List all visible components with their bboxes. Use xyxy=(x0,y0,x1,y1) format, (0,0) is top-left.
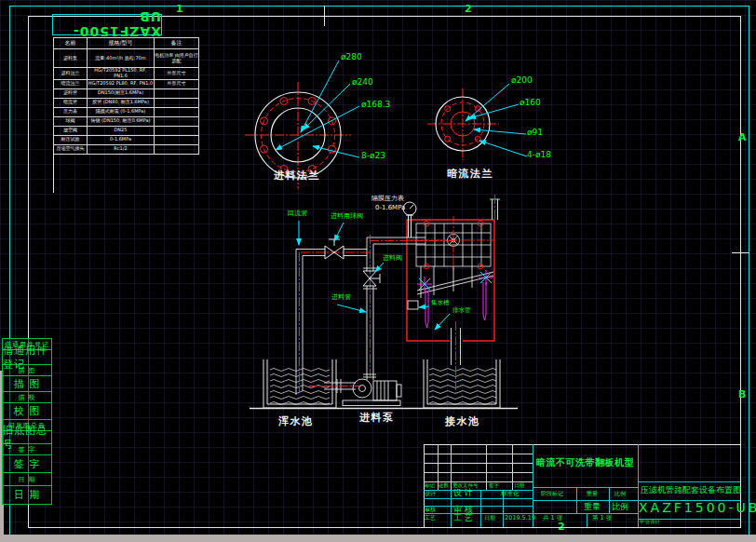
scale-label: 比例 xyxy=(614,491,626,496)
spec-table-cell xyxy=(155,116,199,126)
drawing-number: XAZF1500-UB xyxy=(639,501,756,515)
spec-table-cell: 胶管 (DN80, 耐压1.6MPa) xyxy=(88,98,155,107)
stage-label: 阶段标记 xyxy=(541,491,563,496)
rev-count-header: 处数 xyxy=(439,483,449,489)
margin-block: 描 图 xyxy=(2,375,52,392)
machine-type-title: 暗流不可洗带翻板机型 xyxy=(536,458,634,468)
spec-table-cell: 进料管 xyxy=(54,88,88,98)
pipes xyxy=(296,199,500,395)
spec-table-body: 名称规格/型号备注进料泵流量:40m³/h 扬程:70m电机功率 由用户自行选配… xyxy=(54,38,199,155)
rotated-drawing-number: XAZF1500-UB xyxy=(52,14,162,35)
collect-trough-label: 集水槽 xyxy=(431,300,450,306)
spec-table-row: 放空阀DN25 xyxy=(54,126,199,135)
spec-table-cell: 进料法兰 xyxy=(54,68,88,80)
left-pool xyxy=(263,359,336,408)
spec-table-cell: 电机功率 由用户自行选配 xyxy=(155,49,199,68)
spec-table-row: 名称规格/型号备注 xyxy=(54,38,199,49)
spec-table-cell: DN150(耐压1.6MPa) xyxy=(88,88,155,98)
feed-ball-valve xyxy=(325,239,344,259)
dim-label: 4-ø18 xyxy=(527,151,551,159)
feed-valve-label: 进料阀 xyxy=(383,255,402,262)
pool-right-caption: 接水池 xyxy=(445,416,480,427)
gauge-label-line1: 隔膜压力表 xyxy=(371,196,404,202)
bottom-gray-strip xyxy=(0,535,756,542)
pool-left-caption: 浑水池 xyxy=(278,416,314,427)
spec-table-cell: 压力表 xyxy=(54,107,88,116)
spec-table-cell: 外形尺寸 xyxy=(155,79,199,88)
spec-table-cell: 隔膜式耐震 (0-1.6MPa) xyxy=(88,107,155,116)
dim-label: ø240 xyxy=(352,78,373,87)
spec-table-cell: 规格/型号 xyxy=(88,38,155,49)
filtrate-flange-caption: 暗流法兰 xyxy=(447,169,493,180)
spec-table-cell: HG/T20592 PL80, RF, PN1.0 xyxy=(88,79,155,88)
spec-table-cell xyxy=(155,107,199,116)
dimension-leaders xyxy=(276,61,359,157)
spec-table-cell: 0-1.6MPa xyxy=(88,135,155,144)
feed-flange-caption: 进料法兰 xyxy=(274,170,320,182)
spec-table-cell xyxy=(155,144,199,154)
zone-letter-b: B xyxy=(738,389,746,400)
feed-valve xyxy=(363,271,380,286)
spec-table-cell xyxy=(155,88,199,98)
process-label: 工艺 xyxy=(425,515,436,521)
gauge-label-line2: 0-1.6MPa xyxy=(375,205,405,211)
dim-label: ø91 xyxy=(527,129,543,137)
spec-table-row: 暗流法兰HG/T20592 PL80, RF, PN1.0外形尺寸 xyxy=(54,79,199,88)
drawing-note: 毕业设计 xyxy=(640,520,660,525)
feed-ball-valve-label: 进料用球阀 xyxy=(331,213,363,220)
weight-label-big: 重量 xyxy=(584,503,601,511)
spec-table-cell: 备注 xyxy=(155,38,199,49)
spec-table-cell xyxy=(155,135,199,144)
design-label: 设计 xyxy=(425,491,436,496)
spec-table-cell: 暗流管 xyxy=(54,98,88,107)
spec-table: 名称规格/型号备注进料泵流量:40m³/h 扬程:70m电机功率 由用户自行选配… xyxy=(53,37,199,155)
dimension-leaders xyxy=(466,84,527,156)
drawing-title: 压滤机管路配套设备布置图 xyxy=(641,486,741,495)
spec-table-cell: 压缩空气接头 xyxy=(54,144,88,154)
spec-table-row: 进料法兰HG/T20592 PL150, RF, PN1.6外形尺寸 xyxy=(54,68,199,80)
rev-mark-header: 标记 xyxy=(425,483,435,489)
process-label-big: 工 艺 xyxy=(453,514,473,522)
spec-table-row: 进料泵流量:40m³/h 扬程:70m电机功率 由用户自行选配 xyxy=(54,49,199,68)
spec-table-cell xyxy=(155,126,199,135)
dim-label: ø168.3 xyxy=(361,101,390,109)
spec-table-row: 球阀铸钢 (DN150, 耐压0.6MPa) xyxy=(54,116,199,126)
spec-table-cell: 耐压试验 xyxy=(54,135,88,144)
rev-date-header: 日期 xyxy=(514,483,524,489)
top-zone-divider xyxy=(324,6,325,26)
spec-table-cell: Rc1/2 xyxy=(88,144,155,154)
spec-table-row: 压缩空气接头Rc1/2 xyxy=(54,144,199,154)
margin-block: 校 图 xyxy=(2,402,52,420)
zone-number-1: 1 xyxy=(176,4,183,15)
weight-label: 重量 xyxy=(587,491,598,496)
standardization-label: 标准化 xyxy=(501,491,520,497)
table-extension-line xyxy=(53,146,54,193)
date-value: 2019.5.19 xyxy=(505,515,535,522)
margin-block: 日 期 xyxy=(2,485,52,505)
spec-table-cell: 名称 xyxy=(54,38,88,49)
spec-table-row: 压力表隔膜式耐震 (0-1.6MPa) xyxy=(54,107,199,116)
cad-drawing-canvas: 1 2 2 A B XAZF1500-UB 名称规格/型号备注进料泵流量:40m… xyxy=(0,0,756,542)
spec-table-cell: 放空阀 xyxy=(54,126,88,135)
spec-table-cell: 流量:40m³/h 扬程:70m xyxy=(88,49,155,68)
spec-table-cell xyxy=(155,98,199,107)
feed-pipe-label: 进料管 xyxy=(331,294,351,301)
spec-table-cell: HG/T20592 PL150, RF, PN1.6 xyxy=(88,68,155,80)
spec-table-row: 耐压试验0-1.6MPa xyxy=(54,135,199,144)
dim-label: 8-ø23 xyxy=(361,152,385,160)
sheet-number: 第 1 张 xyxy=(592,515,612,522)
return-pipe-label: 回流管 xyxy=(288,210,307,217)
design-label-big: 设 计 xyxy=(453,489,473,497)
trough-markers xyxy=(419,272,492,290)
right-zone-divider xyxy=(732,252,749,253)
spec-table-cell: 铸钢 (DN150, 耐压0.6MPa) xyxy=(88,116,155,126)
piping-diagram xyxy=(233,186,531,447)
feed-pump xyxy=(343,374,401,406)
spec-table-cell: 暗流法兰 xyxy=(54,79,88,88)
spec-table-cell: DN25 xyxy=(88,126,155,135)
dim-label: ø160 xyxy=(520,99,541,107)
margin-block: 日 期 xyxy=(2,472,52,486)
margin-block: 签 字 xyxy=(2,454,52,473)
center-lines xyxy=(427,88,499,160)
margin-blocks-column: 借通用件登记借通用件登记描 图描 图描 校校 图旧底图总号旧底图总号签 字签 字… xyxy=(2,339,52,505)
